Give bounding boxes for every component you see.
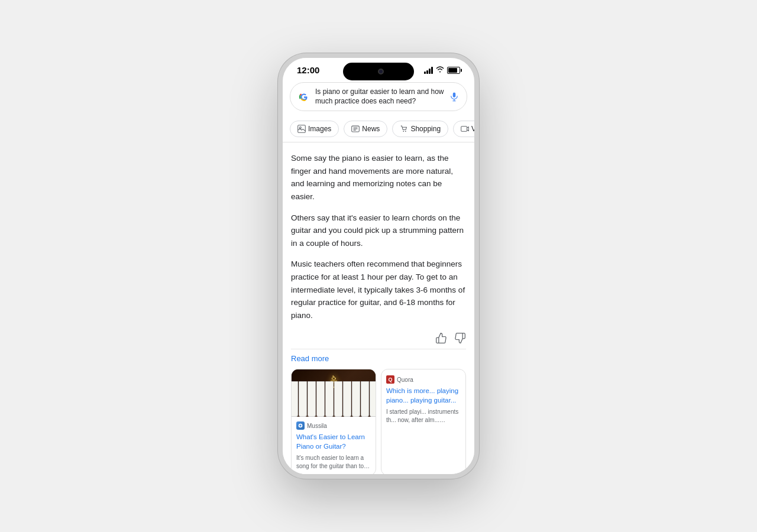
thumbs-up-icon bbox=[435, 332, 447, 344]
feedback-row bbox=[291, 330, 466, 349]
tab-images[interactable]: Images bbox=[290, 121, 339, 137]
thumbs-down-icon bbox=[454, 332, 466, 344]
quora-card-body: Q Quora Which is more... playing piano..… bbox=[381, 369, 465, 429]
read-more-link[interactable]: Read more bbox=[291, 349, 466, 369]
svg-point-9 bbox=[405, 131, 406, 132]
mussila-card-snippet: It's much easier to learn a song for the… bbox=[296, 454, 371, 471]
main-content: Some say the piano is easier to learn, a… bbox=[283, 142, 474, 474]
images-icon bbox=[297, 125, 306, 133]
thumbs-down-button[interactable] bbox=[454, 332, 466, 344]
ai-paragraph-3: Music teachers often recommend that begi… bbox=[291, 258, 466, 322]
signal-icon bbox=[424, 67, 433, 74]
quora-card-snippet: I started playi... instruments th... now… bbox=[386, 408, 461, 424]
news-icon bbox=[351, 125, 360, 133]
svg-rect-10 bbox=[461, 126, 467, 131]
tab-shopping-label: Shopping bbox=[410, 125, 441, 133]
video-icon bbox=[461, 125, 469, 133]
ai-paragraph-1: Some say the piano is easier to learn, a… bbox=[291, 152, 466, 203]
tab-news[interactable]: News bbox=[344, 121, 387, 137]
search-bar-container: Is piano or guitar easier to learn and h… bbox=[283, 77, 474, 116]
wifi-icon bbox=[436, 66, 444, 74]
microphone-icon[interactable] bbox=[449, 92, 460, 102]
google-logo-icon bbox=[297, 90, 310, 103]
svg-point-8 bbox=[403, 131, 405, 132]
status-icons bbox=[424, 66, 460, 74]
svg-point-12 bbox=[299, 425, 301, 427]
source-cards: 🕯 bbox=[291, 369, 466, 474]
quora-source-name: Quora bbox=[397, 377, 413, 383]
piano-keys bbox=[292, 381, 376, 417]
svg-rect-1 bbox=[453, 92, 456, 97]
mussila-card-title: What's Easier to Learn Piano or Guitar? bbox=[296, 432, 371, 451]
thumbs-up-button[interactable] bbox=[435, 332, 447, 344]
tab-videos[interactable]: Vide... bbox=[453, 121, 474, 137]
status-time: 12:00 bbox=[297, 65, 319, 75]
mussila-source: Mussila bbox=[296, 421, 371, 430]
camera-dot bbox=[378, 69, 384, 74]
quora-source: Q Quora bbox=[386, 375, 461, 384]
phone-frame: 12:00 bbox=[278, 53, 479, 479]
notch bbox=[343, 63, 414, 80]
tab-videos-label: Vide... bbox=[471, 125, 474, 133]
status-bar: 12:00 bbox=[283, 58, 474, 77]
shopping-icon bbox=[400, 125, 408, 133]
tab-news-label: News bbox=[362, 125, 380, 133]
quora-logo: Q bbox=[386, 375, 394, 384]
mussila-logo bbox=[296, 421, 305, 430]
mussila-card[interactable]: 🕯 bbox=[291, 369, 376, 474]
ai-paragraph-2: Others say that it's easier to learn cho… bbox=[291, 212, 466, 250]
mussila-source-name: Mussila bbox=[307, 423, 327, 429]
piano-visual: 🕯 bbox=[292, 369, 376, 417]
phone-mockup: 12:00 bbox=[278, 53, 479, 479]
search-query-text: Is piano or guitar easier to learn and h… bbox=[315, 87, 444, 106]
quora-card-title: Which is more... playing piano... playin… bbox=[386, 386, 461, 405]
mussila-card-body: Mussila What's Easier to Learn Piano or … bbox=[292, 417, 376, 474]
mussila-card-image: 🕯 bbox=[292, 369, 376, 417]
search-bar[interactable]: Is piano or guitar easier to learn and h… bbox=[290, 82, 467, 111]
filter-tabs-bar: Images News Shopping bbox=[283, 116, 474, 142]
tab-shopping[interactable]: Shopping bbox=[392, 121, 448, 137]
tab-images-label: Images bbox=[308, 125, 331, 133]
quora-card[interactable]: Q Quora Which is more... playing piano..… bbox=[381, 369, 466, 474]
battery-icon bbox=[447, 67, 460, 74]
